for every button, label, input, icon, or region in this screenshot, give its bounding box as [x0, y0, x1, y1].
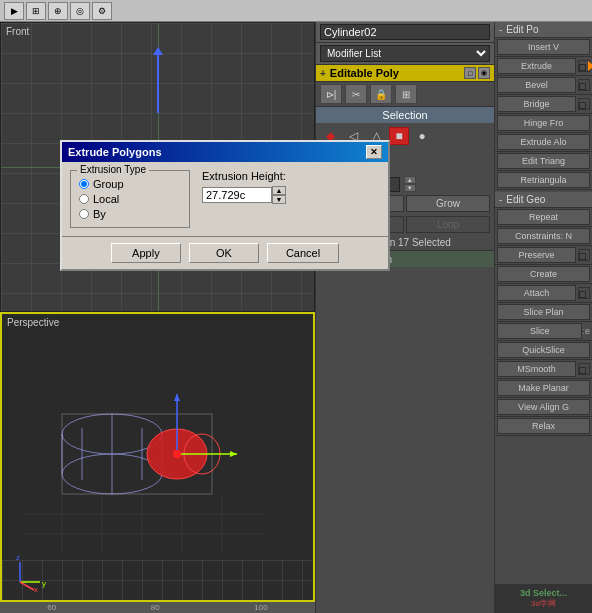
- radio-group[interactable]: [79, 179, 89, 189]
- extrude-button[interactable]: Extrude: [497, 58, 576, 74]
- watermark-text-1: 3d Select...: [499, 588, 588, 598]
- radio-group-row: Group: [79, 178, 181, 190]
- extrude-polygons-dialog: Extrude Polygons ✕ Extrusion Type Group …: [60, 140, 390, 271]
- radio-by[interactable]: [79, 209, 89, 219]
- msmooth-button[interactable]: MSmooth: [497, 361, 576, 377]
- make-planar-button[interactable]: Make Planar: [497, 380, 590, 396]
- hinge-from-row: Hinge Fro: [495, 114, 592, 133]
- grow-button[interactable]: Grow: [406, 195, 490, 212]
- extrude-checkbox[interactable]: □: [578, 60, 590, 72]
- nav-btn-3[interactable]: 🔒: [370, 84, 392, 104]
- extrude-row: Extrude □: [495, 57, 592, 76]
- extrusion-height-label: Extrusion Height:: [202, 170, 286, 182]
- dialog-overlay: Extrude Polygons ✕ Extrusion Type Group …: [60, 140, 390, 271]
- modifier-list-row: Modifier List: [316, 43, 494, 65]
- toolbar-btn-2[interactable]: ⊞: [26, 2, 46, 20]
- right-panel: Modifier List + Editable Poly □ ◉ ⊳| ✂ 🔒…: [315, 22, 495, 613]
- svg-marker-19: [230, 451, 237, 457]
- edit-triangles-button[interactable]: Edit Triang: [497, 153, 590, 169]
- create-button[interactable]: Create: [497, 266, 590, 282]
- front-viewport-label: Front: [6, 26, 29, 37]
- mod-icon-2[interactable]: ◉: [478, 67, 490, 79]
- slice-button[interactable]: Slice: [497, 323, 582, 339]
- mod-icons: □ ◉: [464, 67, 490, 79]
- svg-line-27: [20, 582, 34, 590]
- nav-btn-4[interactable]: ⊞: [395, 84, 417, 104]
- msmooth-checkbox[interactable]: □: [578, 363, 590, 375]
- quickslice-row: QuickSlice: [495, 341, 592, 360]
- svg-point-22: [173, 450, 181, 458]
- nav-btn-2[interactable]: ✂: [345, 84, 367, 104]
- toolbar-btn-4[interactable]: ◎: [70, 2, 90, 20]
- z-axis-arrow: [157, 53, 159, 113]
- edit-poly-title: Edit Po: [506, 24, 538, 35]
- quickslice-button[interactable]: QuickSlice: [497, 342, 590, 358]
- radio-local[interactable]: [79, 194, 89, 204]
- attach-checkbox[interactable]: □: [578, 287, 590, 299]
- bridge-button[interactable]: Bridge: [497, 96, 576, 112]
- object-name-row: [316, 22, 494, 43]
- nav-btn-1[interactable]: ⊳|: [320, 84, 342, 104]
- extrusion-height-input[interactable]: [202, 187, 272, 203]
- toolbar-btn-3[interactable]: ⊕: [48, 2, 68, 20]
- editable-poly-item[interactable]: + Editable Poly □ ◉: [316, 65, 494, 82]
- loop-button[interactable]: Loop: [406, 216, 490, 233]
- svg-marker-21: [174, 394, 180, 401]
- slice-row: Slice :e: [495, 322, 592, 341]
- mod-icon-1[interactable]: □: [464, 67, 476, 79]
- modifier-list-dropdown[interactable]: Modifier List: [320, 45, 490, 62]
- svg-text:x: x: [34, 585, 38, 592]
- sel-icon-polygon[interactable]: ■: [389, 127, 409, 145]
- radio-group-label: Group: [93, 178, 124, 190]
- slice-plane-button[interactable]: Slice Plan: [497, 304, 590, 320]
- view-align-button[interactable]: View Align G: [497, 399, 590, 415]
- bridge-checkbox[interactable]: □: [578, 98, 590, 110]
- by-spin-up[interactable]: ▲: [404, 176, 416, 184]
- nav-buttons-row: ⊳| ✂ 🔒 ⊞: [316, 82, 494, 107]
- bevel-button[interactable]: Bevel: [497, 77, 576, 93]
- apply-button[interactable]: Apply: [111, 243, 181, 263]
- sel-icon-element[interactable]: ●: [412, 127, 432, 145]
- repeat-button[interactable]: Repeat: [497, 209, 590, 225]
- height-spin-down[interactable]: ▼: [272, 195, 286, 204]
- far-right-panel: - Edit Po Insert V Extrude □ Bevel □ Bri…: [495, 22, 592, 613]
- height-spin-buttons: ▲ ▼: [272, 186, 286, 204]
- toolbar-btn-1[interactable]: ▶: [4, 2, 24, 20]
- constraints-button[interactable]: Constraints: N: [497, 228, 590, 244]
- extrude-along-button[interactable]: Extrude Alo: [497, 134, 590, 150]
- repeat-row: Repeat: [495, 208, 592, 227]
- extrusion-height-area: Extrusion Height: ▲ ▼: [202, 170, 286, 228]
- extrusion-type-group: Extrusion Type Group Local By: [70, 170, 190, 228]
- preserve-button[interactable]: Preserve: [497, 247, 576, 263]
- bridge-row: Bridge □: [495, 95, 592, 114]
- bottom-num-3: 100: [254, 603, 267, 612]
- extrusion-type-legend: Extrusion Type: [77, 164, 149, 175]
- retriangulate-row: Retriangula: [495, 171, 592, 190]
- bevel-checkbox[interactable]: □: [578, 79, 590, 91]
- bottom-num-2: 80: [151, 603, 160, 612]
- view-align-row: View Align G: [495, 398, 592, 417]
- height-spin-up[interactable]: ▲: [272, 186, 286, 195]
- edit-geo-title: Edit Geo: [506, 194, 545, 205]
- retriangulate-button[interactable]: Retriangula: [497, 172, 590, 188]
- edit-poly-header: - Edit Po: [495, 22, 592, 38]
- edit-geo-header: - Edit Geo: [495, 192, 592, 208]
- hinge-from-button[interactable]: Hinge Fro: [497, 115, 590, 131]
- cancel-button[interactable]: Cancel: [267, 243, 339, 263]
- object-name-input[interactable]: [320, 24, 490, 40]
- perspective-viewport[interactable]: Perspective: [0, 312, 315, 602]
- attach-button[interactable]: Attach: [497, 285, 576, 301]
- watermark-area: 3d Select... 3d学网: [495, 584, 592, 613]
- editable-poly-label: Editable Poly: [330, 67, 399, 79]
- ok-button[interactable]: OK: [189, 243, 259, 263]
- by-spin-down[interactable]: ▼: [404, 184, 416, 192]
- relax-button[interactable]: Relax: [497, 418, 590, 434]
- main-layout: Front Perspective: [0, 22, 592, 613]
- preserve-checkbox[interactable]: □: [578, 249, 590, 261]
- insert-v-button[interactable]: Insert V: [497, 39, 590, 55]
- relax-row: Relax: [495, 417, 592, 436]
- toolbar-btn-5[interactable]: ⚙: [92, 2, 112, 20]
- dialog-close-button[interactable]: ✕: [366, 145, 382, 159]
- perspective-label: Perspective: [7, 317, 59, 328]
- radio-local-label: Local: [93, 193, 119, 205]
